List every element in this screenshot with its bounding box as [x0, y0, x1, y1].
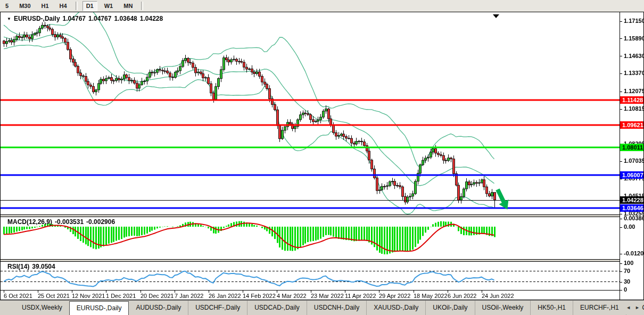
macd-signal-value: -0.002906 [86, 218, 115, 226]
price-chart[interactable] [1, 12, 620, 300]
chart-window: ▼EURUSD-,Daily1.047671.047671.036481.042… [0, 12, 644, 300]
macd-title: MACD(12,26,9)-0.003531-0.002906 [7, 218, 118, 226]
price-tick: 1.12075 [620, 88, 644, 95]
rsi-value: 39.0504 [32, 263, 55, 270]
tab-eurusd-daily[interactable]: EURUSD-,Daily [69, 301, 129, 315]
timeframe-button-d1[interactable]: D1 [82, 1, 97, 11]
tab-audusd-daily[interactable]: AUDUSD-,Daily [129, 301, 188, 315]
price-level-badge-1.11428: 1.11428 [620, 96, 643, 104]
price-tick: 1.14630 [620, 53, 644, 60]
price-tick: 1.13370 [620, 70, 644, 77]
price-tick: 1.17150 [620, 18, 644, 24]
ohlc-high: 1.04767 [88, 15, 111, 22]
tab-usdx-weekly[interactable]: USDX,Weekly [15, 301, 69, 315]
rsi-name: RSI(14) [7, 263, 29, 270]
toolbar-separator [76, 2, 78, 10]
timeframe-button-m30[interactable]: M30 [15, 1, 34, 11]
tab-usdcad-daily[interactable]: USDCAD-,Daily [247, 301, 307, 315]
price-tick: 1.07035 [620, 158, 644, 164]
rsi-axis-tick: 30 [620, 278, 630, 285]
timeframe-button-5[interactable]: 5 [2, 1, 12, 11]
toolbar-separator [141, 2, 143, 10]
macd-axis-tick: 0.003865 [620, 215, 644, 222]
symbol-name: EURUSD-,Daily [14, 15, 60, 22]
timeframe-button-h4[interactable]: H4 [56, 1, 71, 11]
price-level-badge-1.03646: 1.03646 [620, 204, 643, 212]
macd-value: -0.003531 [55, 218, 84, 226]
ohlc-open: 1.04767 [63, 15, 86, 22]
tab-scroll-left-icon[interactable]: ◄ [626, 305, 631, 310]
tab-usdchf-daily[interactable]: USDCHF-,Daily [188, 301, 247, 315]
timeframe-button-w1[interactable]: W1 [101, 1, 117, 11]
ohlc-low: 1.03648 [114, 15, 137, 22]
chart-tab-bar: USDX,WeeklyEURUSD-,DailyAUDUSD-,DailyUSD… [0, 300, 644, 315]
macd-name: MACD(12,26,9) [7, 218, 52, 226]
price-level-badge-1.09621: 1.09621 [620, 121, 643, 129]
price-axis: 1.171501.158901.146301.133701.120751.108… [620, 12, 643, 300]
tab-eurchf-h1[interactable]: EURCHF-,H1 [573, 301, 626, 315]
price-level-badge-1.06007: 1.06007 [620, 171, 643, 179]
price-level-badge-1.08011: 1.08011 [620, 144, 643, 151]
timeframe-button-h1[interactable]: H1 [38, 1, 53, 11]
rsi-axis-tick: 100 [620, 260, 633, 267]
tab-scroll-right-icon[interactable]: ► [635, 305, 640, 310]
tab-hk50-h1[interactable]: HK50-,H1 [530, 301, 573, 315]
timeframe-button-mn[interactable]: MN [120, 1, 136, 11]
tab-usoil-weekly[interactable]: USOil-,Weekly [475, 301, 531, 315]
price-level-badge-1.04228: 1.04228 [620, 196, 643, 204]
tab-xauusd-daily[interactable]: XAUUSD-,Daily [366, 301, 425, 315]
tab-scroll-arrows: ◄ ► [621, 301, 642, 314]
ohlc-close: 1.04228 [140, 15, 163, 22]
tab-ukoil-daily[interactable]: UKOil-,Daily [425, 301, 474, 315]
macd-axis-tick: 0.00 [620, 223, 635, 230]
price-tick: 1.15890 [620, 35, 644, 42]
tab-usdcnh-daily[interactable]: USDCNH-,Daily [307, 301, 366, 315]
symbol-title: ▼EURUSD-,Daily1.047671.047671.036481.042… [7, 15, 166, 22]
rsi-title: RSI(14)39.0504 [7, 263, 58, 270]
price-tick: 1.10815 [620, 105, 644, 112]
dropdown-triangle-icon[interactable]: ▼ [7, 16, 11, 21]
rsi-axis-tick: 70 [620, 268, 630, 275]
rsi-axis-tick: 0 [620, 286, 627, 293]
timeframe-toolbar: 5M30H1H4D1W1MN [0, 0, 644, 12]
macd-axis-tick: -0.01208 [620, 250, 644, 257]
